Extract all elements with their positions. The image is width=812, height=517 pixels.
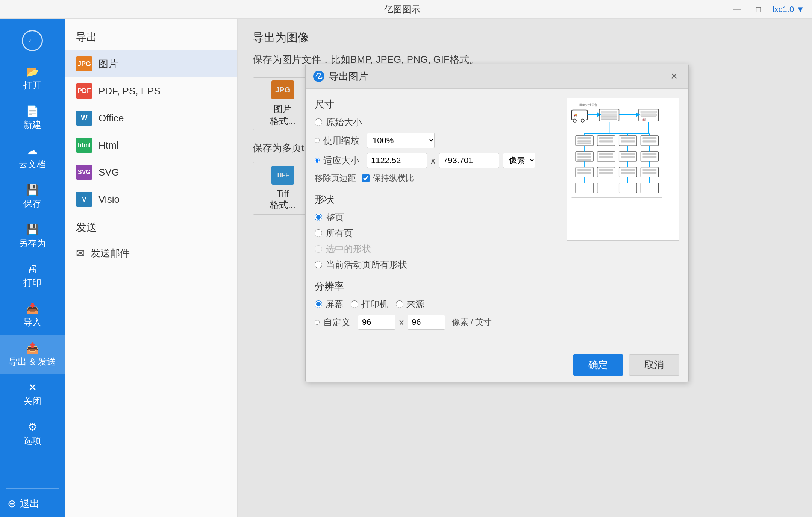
export-office-label: Office bbox=[98, 112, 124, 124]
send-email-item[interactable]: ✉ 发送邮件 bbox=[65, 241, 237, 266]
activeall-radio[interactable] bbox=[315, 261, 322, 268]
close-label: 关闭 bbox=[23, 395, 41, 407]
fit-size-radio[interactable] bbox=[315, 158, 320, 163]
cloud-label: 云文档 bbox=[19, 158, 46, 170]
height-input[interactable] bbox=[439, 153, 499, 168]
content-area: 导出为图像 保存为图片文件，比如BMP, JPEG, PNG, GIF格式。 J… bbox=[238, 19, 812, 517]
activeall-option[interactable]: 当前活动页所有形状 bbox=[315, 259, 559, 271]
screen-radio[interactable] bbox=[315, 300, 322, 308]
fullpage-radio[interactable] bbox=[315, 214, 322, 221]
back-circle[interactable]: ← bbox=[22, 30, 43, 51]
svg-rect-9 bbox=[601, 114, 617, 116]
sidebar-item-new[interactable]: 📄 新建 bbox=[0, 98, 65, 138]
printer-resolution[interactable]: 打印机 bbox=[351, 298, 388, 310]
svg-rect-45 bbox=[621, 156, 635, 158]
svg-rect-30 bbox=[643, 140, 657, 142]
resolution-section-title: 分辨率 bbox=[315, 280, 559, 293]
maximize-button[interactable]: □ bbox=[752, 5, 765, 14]
svg-rect-29 bbox=[643, 137, 657, 139]
scale-size-option: 使用缩放 100% 50% 200% bbox=[315, 133, 559, 148]
svg-rect-58 bbox=[599, 172, 613, 174]
svg-rect-39 bbox=[577, 159, 591, 161]
screen-resolution[interactable]: 屏幕 bbox=[315, 298, 343, 310]
user-label[interactable]: lxc1.0 ▼ bbox=[773, 5, 804, 14]
sidebar-item-close[interactable]: ✕ 关闭 bbox=[0, 374, 65, 414]
source-label: 来源 bbox=[406, 298, 424, 310]
sidebar-item-save[interactable]: 💾 保存 bbox=[0, 177, 65, 217]
dialog-overlay: 亿 导出图片 ✕ 尺寸 原始大小 bbox=[238, 19, 812, 517]
source-resolution[interactable]: 来源 bbox=[396, 298, 424, 310]
svg-rect-8 bbox=[601, 111, 617, 113]
preview-svg: 网络拓扑示意 🚚 bbox=[567, 98, 679, 240]
export-visio-label: Visio bbox=[98, 194, 120, 205]
svg-rect-57 bbox=[599, 169, 613, 171]
dialog-logo: 亿 bbox=[313, 71, 324, 82]
saveas-label: 另存为 bbox=[19, 237, 46, 249]
custom-resolution-row: 自定义 x 像素 / 英寸 bbox=[315, 315, 559, 330]
svg-rect-64 bbox=[643, 172, 657, 174]
save-icon: 💾 bbox=[26, 184, 39, 196]
svg-rect-54 bbox=[577, 169, 591, 171]
allpages-option[interactable]: 所有页 bbox=[315, 227, 559, 239]
allpages-radio[interactable] bbox=[315, 229, 322, 237]
original-size-option[interactable]: 原始大小 bbox=[315, 116, 559, 128]
sidebar-item-open[interactable]: 📂 打开 bbox=[0, 59, 65, 98]
svg-rect-60 bbox=[621, 169, 635, 171]
svg-rect-26 bbox=[621, 137, 635, 139]
custom-unit-label: 像素 / 英寸 bbox=[452, 317, 492, 328]
dialog-left-panel: 尺寸 原始大小 使用缩放 100% 50% bbox=[315, 98, 559, 339]
dialog-footer: 确定 取消 bbox=[306, 348, 688, 382]
close-icon: ✕ bbox=[28, 381, 37, 394]
remove-margin-label: 移除页边距 bbox=[315, 173, 356, 184]
app-title: 亿图图示 bbox=[75, 3, 729, 15]
size-unit-select[interactable]: 像素 英寸 厘米 bbox=[503, 153, 535, 168]
back-button[interactable]: ← bbox=[0, 23, 65, 59]
sidebar: ← 📂 打开 📄 新建 ☁ 云文档 💾 保存 💾 另存为 🖨 打印 📥 bbox=[0, 19, 65, 517]
keep-ratio-label: 保持纵横比 bbox=[373, 173, 414, 184]
export-item-image[interactable]: JPG 图片 bbox=[65, 50, 237, 77]
fit-size-option: 适应大小 x 像素 英寸 厘米 bbox=[315, 153, 559, 168]
dialog-close-button[interactable]: ✕ bbox=[667, 70, 681, 83]
svg-rect-61 bbox=[621, 172, 635, 174]
sidebar-item-print[interactable]: 🖨 打印 bbox=[0, 256, 65, 296]
original-size-radio[interactable] bbox=[315, 118, 322, 126]
custom-y-input[interactable] bbox=[408, 315, 445, 330]
export-item-html[interactable]: html Html bbox=[65, 132, 237, 159]
svg-rect-38 bbox=[577, 156, 591, 158]
sidebar-item-saveas[interactable]: 💾 另存为 bbox=[0, 217, 65, 256]
sidebar-item-import[interactable]: 📥 导入 bbox=[0, 296, 65, 335]
scale-select[interactable]: 100% 50% 200% bbox=[367, 133, 435, 148]
svg-rect-44 bbox=[621, 153, 635, 155]
new-icon: 📄 bbox=[26, 105, 39, 117]
export-item-pdf[interactable]: PDF PDF, PS, EPS bbox=[65, 77, 237, 105]
minimize-button[interactable]: — bbox=[729, 5, 745, 14]
scale-radio[interactable] bbox=[315, 138, 320, 143]
send-section-title: 发送 bbox=[65, 220, 237, 241]
exit-button[interactable]: ⊖ 退出 bbox=[0, 490, 65, 517]
export-item-office[interactable]: W Office bbox=[65, 105, 237, 132]
size-section: 尺寸 原始大小 使用缩放 100% 50% bbox=[315, 98, 559, 184]
fullpage-option[interactable]: 整页 bbox=[315, 211, 559, 223]
sidebar-item-export[interactable]: 📤 导出 & 发送 bbox=[0, 335, 65, 374]
svg-rect-21 bbox=[577, 143, 591, 144]
width-input[interactable] bbox=[367, 153, 427, 168]
svg-rect-12 bbox=[641, 111, 656, 113]
print-label: 打印 bbox=[23, 277, 41, 289]
options-label: 选项 bbox=[23, 435, 41, 447]
export-item-visio[interactable]: V Visio bbox=[65, 186, 237, 213]
printer-radio[interactable] bbox=[351, 300, 358, 308]
custom-resolution-radio[interactable] bbox=[315, 320, 320, 325]
source-radio[interactable] bbox=[396, 300, 403, 308]
export-item-svg[interactable]: SVG SVG bbox=[65, 159, 237, 186]
html-badge: html bbox=[76, 138, 92, 153]
svg-rect-42 bbox=[599, 156, 613, 158]
sidebar-item-cloud[interactable]: ☁ 云文档 bbox=[0, 138, 65, 177]
size-separator: x bbox=[431, 155, 435, 166]
cancel-button[interactable]: 取消 bbox=[629, 354, 679, 376]
sidebar-item-options[interactable]: ⚙ 选项 bbox=[0, 414, 65, 453]
export-svg-label: SVG bbox=[98, 167, 119, 178]
keep-ratio-checkbox[interactable] bbox=[362, 174, 370, 182]
custom-x-input[interactable] bbox=[358, 315, 395, 330]
svg-rect-24 bbox=[599, 140, 613, 142]
confirm-button[interactable]: 确定 bbox=[573, 354, 623, 376]
